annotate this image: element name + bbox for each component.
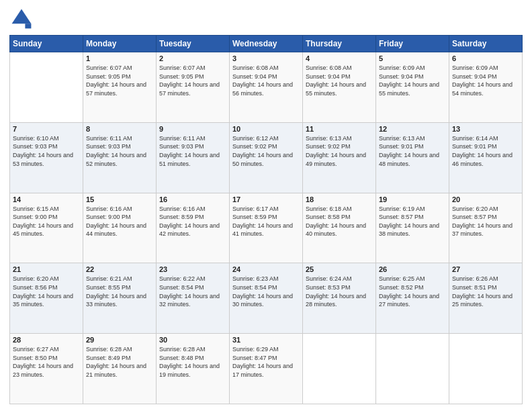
day-number: 27 [452,265,519,273]
day-number: 2 [159,54,226,62]
day-cell [376,334,449,404]
weekday-header-tuesday: Tuesday [157,36,230,52]
day-info: Sunrise: 6:16 AMSunset: 8:59 PMDaylight:… [159,205,226,238]
weekday-row: SundayMondayTuesdayWednesdayThursdayFrid… [10,36,523,52]
day-info: Sunrise: 6:13 AMSunset: 9:02 PMDaylight:… [306,134,373,168]
day-cell [10,52,83,123]
day-cell [303,334,376,404]
day-number: 23 [159,265,226,273]
day-number: 20 [452,195,519,203]
day-cell: 25Sunrise: 6:24 AMSunset: 8:53 PMDayligh… [303,263,376,334]
day-info: Sunrise: 6:09 AMSunset: 9:04 PMDaylight:… [379,64,446,97]
weekday-header-thursday: Thursday [303,36,376,52]
week-row-2: 7Sunrise: 6:10 AMSunset: 9:03 PMDaylight… [10,122,523,193]
weekday-header-sunday: Sunday [10,36,83,52]
day-info: Sunrise: 6:09 AMSunset: 9:04 PMDaylight:… [452,64,519,97]
day-number: 26 [379,265,446,273]
day-info: Sunrise: 6:11 AMSunset: 9:03 PMDaylight:… [159,134,226,168]
svg-marker-1 [25,24,31,28]
day-cell: 12Sunrise: 6:13 AMSunset: 9:01 PMDayligh… [376,122,449,193]
page: SundayMondayTuesdayWednesdayThursdayFrid… [0,0,532,411]
week-row-4: 21Sunrise: 6:20 AMSunset: 8:56 PMDayligh… [10,263,523,334]
day-info: Sunrise: 6:25 AMSunset: 8:52 PMDaylight:… [379,275,446,308]
day-number: 31 [232,336,300,344]
day-cell: 30Sunrise: 6:28 AMSunset: 8:48 PMDayligh… [157,334,230,404]
day-info: Sunrise: 6:23 AMSunset: 8:54 PMDaylight:… [232,275,300,308]
day-number: 17 [232,195,300,203]
day-cell: 17Sunrise: 6:17 AMSunset: 8:59 PMDayligh… [230,193,303,263]
day-info: Sunrise: 6:21 AMSunset: 8:55 PMDaylight:… [86,275,153,308]
day-number: 8 [86,125,153,133]
day-number: 7 [13,125,80,133]
day-info: Sunrise: 6:28 AMSunset: 8:48 PMDaylight:… [159,345,226,379]
day-number: 10 [232,125,300,133]
weekday-header-monday: Monday [83,36,157,52]
day-info: Sunrise: 6:19 AMSunset: 8:57 PMDaylight:… [379,205,446,238]
day-cell: 8Sunrise: 6:11 AMSunset: 9:03 PMDaylight… [83,122,157,193]
day-cell: 6Sunrise: 6:09 AMSunset: 9:04 PMDaylight… [449,52,523,123]
day-cell: 14Sunrise: 6:15 AMSunset: 9:00 PMDayligh… [10,193,83,263]
day-number: 24 [232,265,300,273]
day-number: 29 [86,336,153,344]
day-info: Sunrise: 6:28 AMSunset: 8:49 PMDaylight:… [86,345,153,379]
day-number: 9 [159,125,226,133]
day-number: 18 [306,195,373,203]
day-cell: 28Sunrise: 6:27 AMSunset: 8:50 PMDayligh… [10,334,83,404]
weekday-header-saturday: Saturday [449,36,523,52]
day-cell: 2Sunrise: 6:07 AMSunset: 9:05 PMDaylight… [157,52,230,123]
logo [9,7,36,31]
day-cell: 24Sunrise: 6:23 AMSunset: 8:54 PMDayligh… [230,263,303,334]
day-info: Sunrise: 6:08 AMSunset: 9:04 PMDaylight:… [306,64,373,97]
day-number: 15 [86,195,153,203]
week-row-5: 28Sunrise: 6:27 AMSunset: 8:50 PMDayligh… [10,334,523,404]
day-number: 13 [452,125,519,133]
day-info: Sunrise: 6:12 AMSunset: 9:02 PMDaylight:… [232,134,300,168]
calendar: SundayMondayTuesdayWednesdayThursdayFrid… [9,35,523,404]
day-info: Sunrise: 6:10 AMSunset: 9:03 PMDaylight:… [13,134,80,168]
day-cell: 26Sunrise: 6:25 AMSunset: 8:52 PMDayligh… [376,263,449,334]
day-number: 12 [379,125,446,133]
calendar-body: 1Sunrise: 6:07 AMSunset: 9:05 PMDaylight… [10,52,523,404]
day-number: 3 [232,54,300,62]
day-info: Sunrise: 6:07 AMSunset: 9:05 PMDaylight:… [86,64,153,97]
day-number: 22 [86,265,153,273]
weekday-header-friday: Friday [376,36,449,52]
day-info: Sunrise: 6:15 AMSunset: 9:00 PMDaylight:… [13,205,80,238]
day-number: 19 [379,195,446,203]
day-cell: 31Sunrise: 6:29 AMSunset: 8:47 PMDayligh… [230,334,303,404]
day-info: Sunrise: 6:22 AMSunset: 8:54 PMDaylight:… [159,275,226,308]
day-number: 5 [379,54,446,62]
day-info: Sunrise: 6:08 AMSunset: 9:04 PMDaylight:… [232,64,300,97]
day-info: Sunrise: 6:13 AMSunset: 9:01 PMDaylight:… [379,134,446,168]
day-cell: 13Sunrise: 6:14 AMSunset: 9:01 PMDayligh… [449,122,523,193]
day-cell: 1Sunrise: 6:07 AMSunset: 9:05 PMDaylight… [83,52,157,123]
day-info: Sunrise: 6:26 AMSunset: 8:51 PMDaylight:… [452,275,519,308]
day-cell: 21Sunrise: 6:20 AMSunset: 8:56 PMDayligh… [10,263,83,334]
day-info: Sunrise: 6:18 AMSunset: 8:58 PMDaylight:… [306,205,373,238]
day-cell: 4Sunrise: 6:08 AMSunset: 9:04 PMDaylight… [303,52,376,123]
day-cell: 10Sunrise: 6:12 AMSunset: 9:02 PMDayligh… [230,122,303,193]
day-cell: 29Sunrise: 6:28 AMSunset: 8:49 PMDayligh… [83,334,157,404]
day-number: 21 [13,265,80,273]
day-number: 11 [306,125,373,133]
day-cell: 11Sunrise: 6:13 AMSunset: 9:02 PMDayligh… [303,122,376,193]
day-number: 6 [452,54,519,62]
day-number: 25 [306,265,373,273]
day-info: Sunrise: 6:17 AMSunset: 8:59 PMDaylight:… [232,205,300,238]
weekday-header-wednesday: Wednesday [230,36,303,52]
day-number: 4 [306,54,373,62]
header [9,7,523,31]
day-cell: 22Sunrise: 6:21 AMSunset: 8:55 PMDayligh… [83,263,157,334]
day-number: 28 [13,336,80,344]
logo-icon [9,7,34,31]
day-cell: 15Sunrise: 6:16 AMSunset: 9:00 PMDayligh… [83,193,157,263]
day-cell: 9Sunrise: 6:11 AMSunset: 9:03 PMDaylight… [157,122,230,193]
day-cell: 3Sunrise: 6:08 AMSunset: 9:04 PMDaylight… [230,52,303,123]
day-cell: 7Sunrise: 6:10 AMSunset: 9:03 PMDaylight… [10,122,83,193]
day-info: Sunrise: 6:20 AMSunset: 8:56 PMDaylight:… [13,275,80,308]
day-info: Sunrise: 6:29 AMSunset: 8:47 PMDaylight:… [232,345,300,379]
week-row-3: 14Sunrise: 6:15 AMSunset: 9:00 PMDayligh… [10,193,523,263]
day-info: Sunrise: 6:11 AMSunset: 9:03 PMDaylight:… [86,134,153,168]
day-number: 1 [86,54,153,62]
day-cell: 20Sunrise: 6:20 AMSunset: 8:57 PMDayligh… [449,193,523,263]
